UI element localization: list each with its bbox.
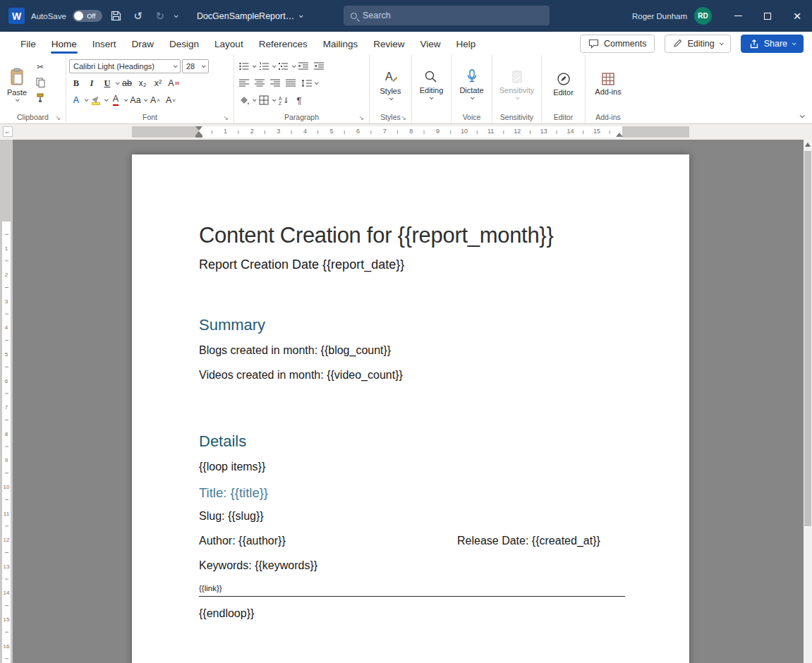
align-center-button[interactable] (253, 77, 267, 90)
doc-link-line[interactable]: {{link}} (199, 584, 625, 597)
document-title-menu[interactable]: DocGenSampleReport… (197, 11, 302, 21)
tab-view[interactable]: View (412, 34, 448, 54)
dialog-launcher-icon[interactable]: ↘ (401, 115, 406, 121)
shrink-font-button[interactable]: A˅ (164, 94, 178, 107)
paste-button[interactable]: Paste (3, 58, 31, 111)
tab-draw[interactable]: Draw (124, 34, 162, 54)
clear-formatting-button[interactable]: A (166, 77, 181, 90)
search-input[interactable]: Search (344, 6, 550, 25)
share-button[interactable]: Share (741, 35, 804, 53)
save-icon[interactable] (109, 8, 124, 24)
dialog-launcher-icon[interactable]: ↘ (55, 115, 61, 121)
doc-keywords-line[interactable]: Keywords: {{keywords}} (199, 559, 622, 572)
align-left-button[interactable] (237, 77, 251, 90)
scrollbar-thumb[interactable] (804, 151, 811, 526)
underline-button[interactable]: U (100, 77, 114, 90)
chevron-down-icon[interactable] (292, 63, 296, 68)
scroll-up-icon[interactable] (805, 142, 811, 147)
font-color-button[interactable]: A (109, 94, 123, 107)
superscript-button[interactable]: x² (151, 77, 165, 90)
doc-summary-heading[interactable]: Summary (199, 316, 622, 334)
copy-button[interactable] (32, 76, 48, 89)
chevron-down-icon[interactable] (85, 97, 89, 102)
text-effects-button[interactable]: A (69, 94, 83, 107)
tab-layout[interactable]: Layout (207, 34, 251, 54)
tab-file[interactable]: File (13, 34, 44, 54)
chevron-down-icon[interactable] (104, 97, 109, 102)
editing-button[interactable]: Editing (416, 58, 448, 111)
doc-author-line[interactable]: Author: {{author}} (199, 535, 286, 547)
document-page[interactable]: Content Creation for {{report_month}} Re… (132, 154, 689, 663)
chevron-down-icon[interactable] (272, 97, 277, 102)
comments-button[interactable]: Comments (580, 35, 655, 53)
autosave-toggle[interactable]: Off (73, 10, 102, 22)
tab-references[interactable]: References (251, 34, 315, 54)
editing-mode-button[interactable]: Editing (665, 35, 730, 53)
multilevel-list-button[interactable] (277, 60, 291, 73)
right-indent-marker[interactable] (616, 133, 623, 137)
doc-loop-end[interactable]: {{endloop}} (199, 607, 622, 620)
first-line-indent-marker[interactable] (195, 126, 202, 130)
close-button[interactable]: × (782, 0, 812, 32)
font-name-combobox[interactable]: Calibri Light (Headings) (69, 59, 181, 73)
doc-loop-start[interactable]: {{loop items}} (199, 461, 622, 473)
tab-mailings[interactable]: Mailings (315, 34, 366, 54)
avatar[interactable]: RD (694, 7, 712, 25)
maximize-button[interactable] (753, 0, 782, 32)
italic-button[interactable]: I (85, 77, 99, 90)
align-right-button[interactable] (268, 77, 282, 90)
document-canvas[interactable]: 12345678910111213141516 Content Creation… (0, 140, 812, 663)
dialog-launcher-icon[interactable]: ↘ (223, 115, 229, 121)
doc-release-line[interactable]: Release Date: {{created_at}} (457, 535, 600, 547)
tab-home[interactable]: Home (44, 34, 85, 54)
doc-author-row[interactable]: Author: {{author}} Release Date: {{creat… (199, 535, 622, 547)
shading-button[interactable] (237, 94, 251, 107)
tab-selector-button[interactable]: ⌐ (3, 126, 13, 137)
justify-button[interactable] (284, 77, 298, 90)
strikethrough-button[interactable]: ab (120, 77, 134, 90)
doc-slug-line[interactable]: Slug: {{slug}} (199, 510, 622, 523)
chevron-down-icon[interactable] (272, 63, 277, 68)
font-size-combobox[interactable]: 28 (182, 59, 209, 73)
doc-blogs-line[interactable]: Blogs created in month: {{blog_count}} (199, 344, 622, 357)
chevron-down-icon[interactable] (315, 80, 319, 85)
chevron-down-icon[interactable] (253, 97, 257, 102)
document-content[interactable]: Content Creation for {{report_month}} Re… (132, 154, 689, 620)
chevron-down-icon[interactable] (124, 97, 128, 102)
format-painter-button[interactable] (32, 92, 48, 104)
dictate-button[interactable]: Dictate (455, 58, 487, 111)
chevron-down-icon[interactable] (116, 80, 120, 85)
tab-help[interactable]: Help (449, 34, 484, 54)
redo-icon[interactable]: ↻ (152, 8, 168, 24)
decrease-indent-button[interactable] (296, 60, 310, 73)
collapse-ribbon-button[interactable] (800, 113, 805, 118)
grow-font-button[interactable]: A˄ (148, 94, 162, 107)
show-hide-marks-button[interactable]: ¶ (292, 94, 306, 107)
line-spacing-button[interactable] (299, 77, 313, 90)
tab-insert[interactable]: Insert (85, 34, 124, 54)
styles-button[interactable]: A Styles (376, 58, 406, 111)
left-indent-marker[interactable] (195, 135, 202, 138)
tab-review[interactable]: Review (365, 34, 412, 54)
doc-details-heading[interactable]: Details (199, 432, 622, 451)
increase-indent-button[interactable] (312, 60, 326, 73)
word-app-icon[interactable]: W (8, 8, 25, 24)
dialog-launcher-icon[interactable]: ↘ (358, 115, 364, 121)
horizontal-ruler[interactable]: 123456789101112131415 (132, 126, 689, 138)
tab-design[interactable]: Design (162, 34, 207, 54)
doc-videos-line[interactable]: Videos created in month: {{video_count}} (199, 369, 622, 382)
quick-access-chevron-icon[interactable] (174, 13, 178, 18)
highlight-button[interactable] (89, 94, 103, 107)
doc-item-title[interactable]: Title: {{title}} (199, 485, 622, 501)
chevron-down-icon[interactable] (144, 97, 148, 102)
editor-button[interactable]: Editor (549, 58, 578, 111)
addins-button[interactable]: Add-ins (590, 58, 625, 111)
numbering-button[interactable] (257, 60, 271, 73)
doc-heading-title[interactable]: Content Creation for {{report_month}} (199, 223, 622, 248)
vertical-ruler[interactable]: 12345678910111213141516 (0, 140, 13, 663)
sort-button[interactable]: AZ (277, 94, 291, 107)
doc-date-line[interactable]: Report Creation Date {{report_date}} (199, 257, 622, 272)
bullets-button[interactable] (237, 60, 251, 73)
undo-icon[interactable]: ↺ (131, 8, 146, 24)
vertical-scrollbar[interactable] (804, 140, 812, 663)
